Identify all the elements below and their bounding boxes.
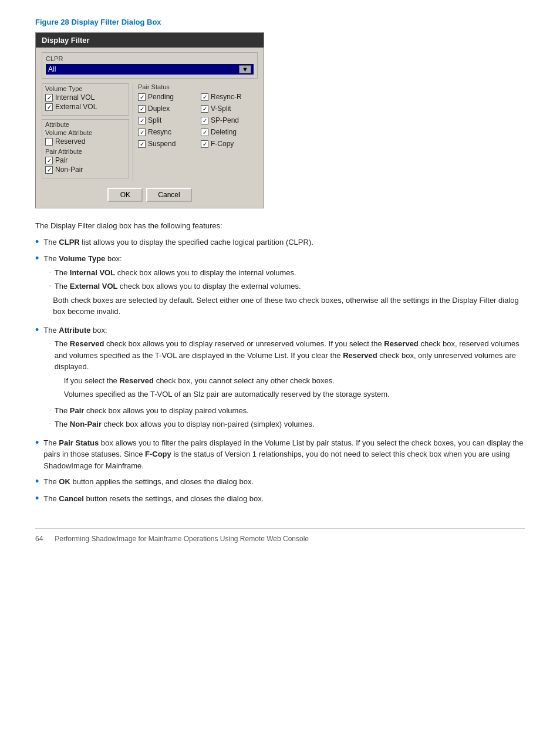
pair-status-title: Pair Status: [138, 83, 258, 90]
deleting-checkbox[interactable]: [201, 129, 208, 136]
sub-dot-3: ◦: [49, 340, 50, 347]
pair-row: Pair: [45, 156, 126, 164]
sub-external-vol: ◦ The External VOL check box allows you …: [49, 281, 525, 292]
bullet-list: • The CLPR list allows you to display th…: [35, 237, 525, 505]
bullet-dot-1: •: [35, 236, 39, 249]
deleting-label: Deleting: [211, 128, 237, 136]
suspend-row: Suspend: [138, 140, 195, 148]
bullet-cancel-content: The Cancel button resets the settings, a…: [43, 493, 525, 505]
reserved-label: Reserved: [55, 137, 85, 146]
pending-checkbox[interactable]: [138, 93, 146, 101]
sub-internal-vol: ◦ The Internal VOL check box allows you …: [49, 267, 525, 279]
bullet-ok: • The OK button applies the settings, an…: [35, 476, 525, 488]
sub-internal-vol-content: The Internal VOL check box allows you to…: [55, 267, 525, 279]
pair-checkbox[interactable]: [45, 157, 53, 164]
reserved-row: Reserved: [45, 137, 126, 146]
internal-vol-checkbox[interactable]: [45, 94, 53, 102]
page-footer: 64 Performing ShadowImage for Mainframe …: [35, 528, 525, 543]
sp-pend-checkbox[interactable]: [201, 117, 208, 124]
attribute-sub-list: ◦ The Reserved check box allows you to d…: [49, 338, 525, 430]
external-vol-label: External VOL: [55, 103, 97, 111]
reserved-checkbox[interactable]: [45, 138, 53, 146]
bullet-attribute-content: The Attribute box: ◦ The Reserved check …: [43, 325, 525, 433]
bullet-dot-5: •: [35, 475, 39, 488]
attribute-section: Attribute Volume Attribute Reserved Pair…: [42, 119, 129, 178]
external-vol-checkbox[interactable]: [45, 103, 53, 111]
duplex-checkbox[interactable]: [138, 105, 146, 113]
cancel-button[interactable]: Cancel: [146, 188, 191, 202]
resync-checkbox[interactable]: [138, 129, 146, 136]
f-copy-row: F-Copy: [201, 140, 258, 148]
volume-attribute-label: Volume Attribute: [45, 129, 126, 136]
split-label: Split: [148, 116, 161, 124]
clpr-dropdown[interactable]: All ▼: [46, 64, 254, 75]
bullet-clpr-content: The CLPR list allows you to display the …: [43, 237, 525, 248]
reserved-note-2: Volumes specified as the T-VOL of an SIz…: [64, 389, 525, 400]
pending-row: Pending: [138, 93, 195, 101]
pair-attribute-label: Pair Attribute: [45, 148, 126, 155]
f-copy-checkbox[interactable]: [201, 140, 208, 148]
bullet-cancel: • The Cancel button resets the settings,…: [35, 493, 525, 505]
pending-label: Pending: [148, 93, 174, 101]
clpr-dropdown-value: All: [48, 65, 56, 73]
bullet-volume-type: • The Volume Type box: ◦ The Internal VO…: [35, 253, 525, 320]
sub-reserved-content: The Reserved check box allows you to dis…: [55, 338, 525, 403]
resync-label: Resync: [148, 128, 171, 136]
resync-row: Resync: [138, 128, 195, 136]
bullet-dot-2: •: [35, 252, 39, 265]
suspend-label: Suspend: [148, 140, 176, 148]
reserved-note-1: If you select the Reserved check box, yo…: [64, 375, 525, 387]
non-pair-label: Non-Pair: [55, 166, 83, 174]
v-split-checkbox[interactable]: [201, 105, 208, 113]
pair-status-section: Pair Status Pending Resync-R Duplex: [133, 83, 258, 182]
sub-dot-5: ◦: [49, 421, 50, 427]
volume-type-note: Both check boxes are selected by default…: [53, 295, 525, 318]
f-copy-label: F-Copy: [211, 140, 234, 148]
bullet-clpr: • The CLPR list allows you to display th…: [35, 237, 525, 249]
non-pair-row: Non-Pair: [45, 166, 126, 174]
internal-vol-label: Internal VOL: [55, 93, 95, 102]
suspend-checkbox[interactable]: [138, 140, 146, 148]
split-row: Split: [138, 116, 195, 124]
sp-pend-row: SP-Pend: [201, 116, 258, 124]
clpr-dropdown-arrow[interactable]: ▼: [239, 65, 251, 73]
sub-dot-4: ◦: [49, 407, 50, 414]
body-text: The Display Filter dialog box has the fo…: [35, 220, 525, 505]
bullet-attribute: • The Attribute box: ◦ The Reserved chec…: [35, 325, 525, 433]
volume-type-section: Volume Type Internal VOL External VOL: [42, 83, 129, 116]
volume-type-title: Volume Type: [45, 85, 126, 92]
bullet-dot-3: •: [35, 324, 39, 337]
internal-vol-row: Internal VOL: [45, 93, 126, 102]
bullet-pair-status: • The Pair Status box allows you to filt…: [35, 437, 525, 472]
duplex-label: Duplex: [148, 104, 170, 113]
sub-external-vol-content: The External VOL check box allows you to…: [55, 281, 525, 292]
resync-r-row: Resync-R: [201, 93, 258, 101]
attribute-title: Attribute: [45, 121, 126, 128]
display-filter-dialog: Display Filter CLPR All ▼ Volume Type In…: [35, 32, 264, 208]
dialog-buttons: OK Cancel: [42, 188, 258, 202]
sub-non-pair: ◦ The Non-Pair check box allows you to d…: [49, 418, 525, 430]
bullet-volume-type-content: The Volume Type box: ◦ The Internal VOL …: [43, 253, 525, 320]
split-checkbox[interactable]: [138, 117, 146, 124]
clpr-label: CLPR: [46, 55, 254, 62]
deleting-row: Deleting: [201, 128, 258, 136]
resync-r-checkbox[interactable]: [201, 93, 208, 101]
clpr-section: CLPR All ▼: [42, 52, 258, 79]
intro-text: The Display Filter dialog box has the fo…: [35, 220, 525, 232]
bullet-dot-4: •: [35, 437, 39, 450]
bullet-pair-status-content: The Pair Status box allows you to filter…: [43, 437, 525, 472]
sub-pair-content: The Pair check box allows you to display…: [55, 405, 525, 417]
external-vol-row: External VOL: [45, 103, 126, 111]
ok-button[interactable]: OK: [107, 188, 143, 202]
non-pair-checkbox[interactable]: [45, 166, 53, 174]
bullet-dot-6: •: [35, 492, 39, 505]
pair-label: Pair: [55, 156, 68, 164]
sub-non-pair-content: The Non-Pair check box allows you to dis…: [55, 418, 525, 430]
footer-page-text: Performing ShadowImage for Mainframe Ope…: [55, 535, 309, 543]
sub-reserved: ◦ The Reserved check box allows you to d…: [49, 338, 525, 403]
figure-title: Figure 28 Display Filter Dialog Box: [35, 18, 525, 26]
v-split-label: V-Split: [211, 104, 231, 113]
dialog-titlebar: Display Filter: [36, 33, 264, 48]
sub-dot-2: ◦: [49, 283, 50, 289]
bullet-ok-content: The OK button applies the settings, and …: [43, 476, 525, 488]
